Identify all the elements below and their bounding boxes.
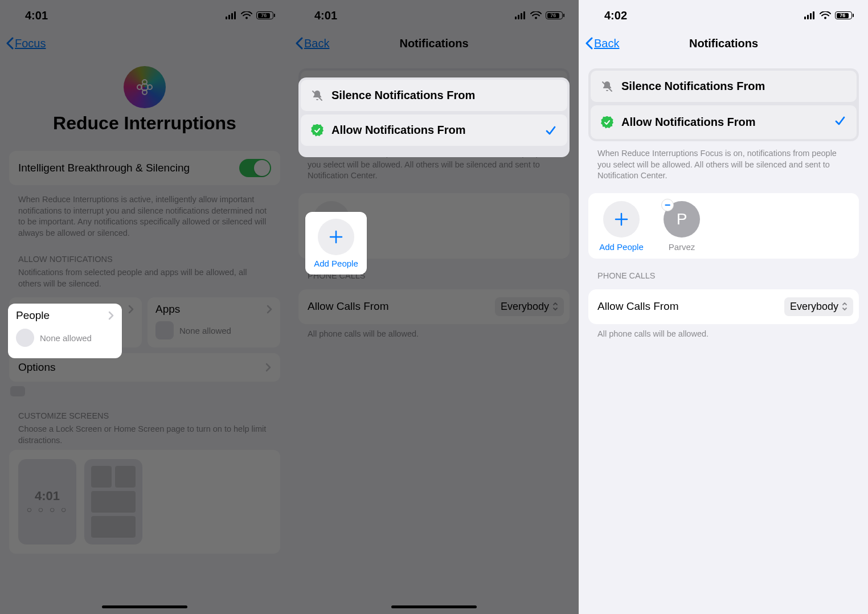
contact-chip[interactable]: P − Parvez (657, 201, 707, 252)
remove-contact-button[interactable]: − (661, 199, 674, 211)
cellular-icon (226, 11, 237, 19)
svg-point-14 (535, 17, 537, 19)
nav-bar: Focus (0, 31, 289, 56)
chevron-right-icon (265, 363, 271, 372)
chevron-right-icon (267, 305, 272, 314)
back-button[interactable]: Back (585, 37, 619, 50)
apps-status: None allowed (179, 326, 231, 335)
svg-rect-13 (523, 11, 525, 19)
nav-bar: Back Notifications (289, 31, 579, 56)
back-button[interactable]: Focus (6, 37, 46, 50)
contact-avatar: P − (664, 201, 700, 238)
svg-rect-12 (521, 13, 522, 19)
svg-rect-10 (515, 17, 517, 19)
toggle-switch[interactable] (239, 159, 271, 177)
add-people-highlight[interactable]: Add People (305, 212, 367, 275)
cellular-icon (804, 11, 816, 19)
back-label: Back (594, 37, 619, 50)
status-time: 4:02 (604, 9, 627, 22)
allow-calls-value: Everybody (501, 301, 549, 313)
screen-previews[interactable]: 4:01 ○ ○ ○ ○ (9, 450, 280, 554)
add-people-label: Add People (596, 242, 646, 252)
lockscreen-preview: 4:01 ○ ○ ○ ○ (18, 459, 76, 545)
screen-focus-detail: 4:01 76 Focus Reduce Interruptions Intel… (0, 0, 289, 614)
nav-bar: Back Notifications (579, 31, 868, 56)
silence-label: Silence Notifications From (621, 80, 765, 93)
status-time: 4:01 (25, 9, 48, 22)
mode-description: When Reduce Interruptions Focus is on, n… (588, 141, 859, 185)
people-card: Add People P − Parvez (588, 193, 859, 259)
back-button[interactable]: Back (295, 37, 329, 50)
silence-option[interactable]: Silence Notifications From (301, 80, 567, 111)
customize-header: CUSTOMIZE SCREENS (9, 399, 280, 424)
apps-card[interactable]: Apps None allowed (148, 297, 280, 347)
page-title: Notifications (289, 37, 579, 50)
intelligent-toggle-card: Intelligent Breakthrough & Silencing (9, 151, 280, 185)
calls-card: Allow Calls From Everybody (588, 289, 859, 324)
checkmark-seal-icon (601, 116, 613, 129)
svg-point-4 (245, 17, 248, 19)
focus-hero-icon (124, 66, 166, 108)
status-bar: 4:01 76 (0, 0, 289, 31)
silence-option[interactable]: Silence Notifications From (591, 71, 857, 102)
apps-label: Apps (155, 303, 180, 316)
hero: Reduce Interruptions (9, 56, 280, 134)
checkmark-icon (544, 124, 557, 137)
plus-icon (318, 219, 354, 255)
svg-rect-21 (804, 17, 806, 19)
apps-avatar-placeholder (155, 321, 174, 339)
allow-calls-label: Allow Calls From (308, 300, 389, 313)
status-time: 4:01 (314, 9, 337, 22)
battery-icon: 76 (256, 11, 273, 19)
back-label: Back (304, 37, 329, 50)
svg-rect-11 (518, 15, 519, 19)
wifi-icon (820, 11, 831, 19)
home-indicator[interactable] (102, 605, 187, 608)
allow-calls-label: Allow Calls From (597, 300, 679, 313)
allow-label: Allow Notifications From (621, 116, 756, 129)
page-title: Notifications (579, 37, 868, 50)
allow-calls-selector[interactable]: Everybody (495, 297, 564, 316)
screen-notifications-with-contact: 4:02 76 Back Notifications Silence Notif… (579, 0, 868, 614)
customize-desc: Choose a Lock Screen or Home Screen page… (9, 424, 280, 449)
calls-desc: All phone calls will be allowed. (298, 324, 570, 343)
allow-notifications-desc: Notifications from selected people and a… (9, 267, 280, 293)
small-placeholder-icon (10, 386, 25, 396)
checkmark-icon (834, 114, 846, 130)
svg-rect-3 (234, 11, 236, 19)
toggle-description: When Reduce Interruptions is active, int… (9, 190, 280, 242)
contact-name: Parvez (657, 242, 707, 252)
calls-card: Allow Calls From Everybody (298, 289, 570, 324)
up-down-chevron-icon (552, 302, 558, 311)
status-bar: 4:01 76 (289, 0, 579, 31)
svg-rect-23 (810, 13, 812, 19)
chevron-left-icon (6, 37, 14, 50)
page-title: Reduce Interruptions (9, 113, 280, 134)
wifi-icon (241, 11, 252, 19)
cellular-icon (515, 11, 526, 19)
chevron-right-icon (128, 305, 134, 314)
allow-option[interactable]: Allow Notifications From (591, 105, 857, 139)
battery-icon: 76 (835, 11, 852, 19)
allow-notifications-header: ALLOW NOTIFICATIONS (9, 242, 280, 267)
allow-calls-value: Everybody (790, 301, 838, 313)
home-indicator[interactable] (391, 605, 477, 608)
screen-notifications-empty: 4:01 76 Back Notifications Silence Notif… (289, 0, 579, 614)
checkmark-seal-icon (311, 124, 324, 137)
allow-calls-selector[interactable]: Everybody (784, 297, 853, 316)
svg-point-25 (824, 17, 826, 19)
svg-rect-2 (231, 13, 233, 19)
bell-slash-icon (311, 89, 324, 102)
people-card-highlight[interactable]: People None allowed (8, 304, 122, 358)
svg-rect-0 (226, 17, 227, 19)
allow-option[interactable]: Allow Notifications From (301, 114, 567, 146)
homescreen-preview (84, 459, 142, 545)
wifi-icon (530, 11, 542, 19)
chevron-right-icon (108, 311, 114, 320)
bell-slash-icon (601, 80, 613, 93)
toggle-label: Intelligent Breakthrough & Silencing (18, 162, 190, 174)
svg-rect-22 (807, 15, 809, 19)
svg-rect-1 (228, 15, 230, 19)
add-people-button[interactable]: Add People (596, 201, 646, 252)
up-down-chevron-icon (842, 302, 847, 311)
